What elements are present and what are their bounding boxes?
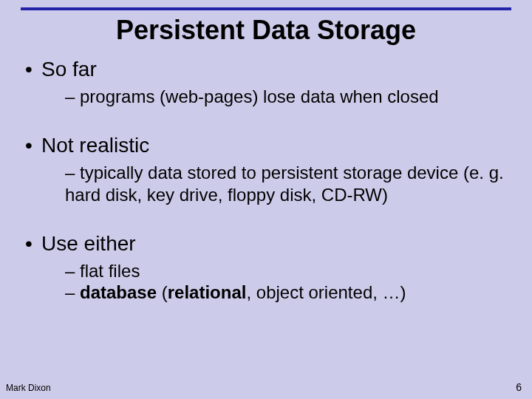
sub-database: – database (relational, object oriented,…	[65, 282, 511, 303]
slide-title: Persistent Data Storage	[0, 15, 532, 46]
slide-body: •So far – programs (web-pages) lose data…	[25, 58, 511, 303]
bullet-dot: •	[25, 58, 41, 81]
bullet-so-far: •So far	[25, 58, 511, 81]
footer-page-number: 6	[516, 381, 522, 393]
bullet-use-either: •Use either	[25, 232, 511, 256]
sub-so-far: – programs (web-pages) lose data when cl…	[65, 86, 511, 107]
title-rule	[21, 7, 511, 10]
bullet-not-realistic: •Not realistic	[25, 134, 511, 157]
footer-author: Mark Dixon	[6, 383, 51, 393]
sub-not-realistic: – typically data stored to persistent st…	[65, 162, 511, 205]
bullet-label: So far	[41, 58, 97, 81]
bullet-label: Use either	[41, 232, 136, 255]
sub-flat-files: – flat files	[65, 260, 511, 282]
bullet-dot: •	[25, 232, 41, 256]
bullet-label: Not realistic	[41, 134, 149, 157]
bullet-dot: •	[25, 134, 41, 157]
